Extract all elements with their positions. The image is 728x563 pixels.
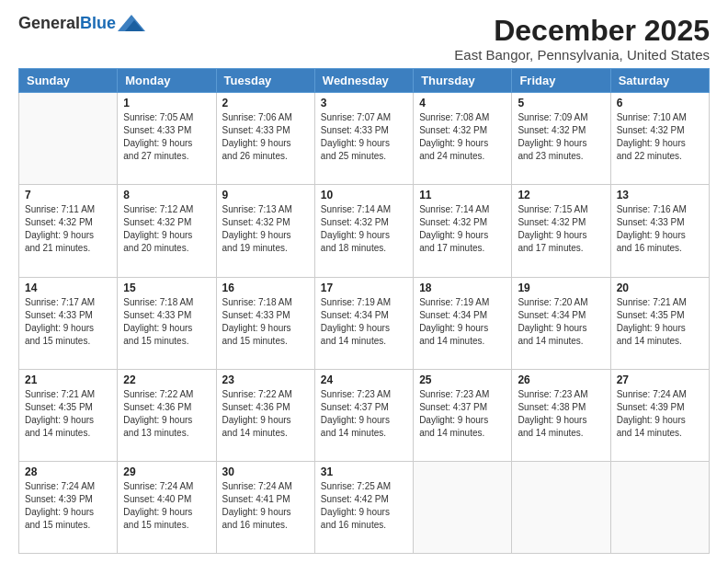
week-row-4: 28Sunrise: 7:24 AMSunset: 4:39 PMDayligh… [19,461,710,553]
calendar-cell: 27Sunrise: 7:24 AMSunset: 4:39 PMDayligh… [610,369,709,461]
day-info: Sunrise: 7:22 AMSunset: 4:36 PMDaylight:… [123,388,210,440]
day-info: Sunrise: 7:12 AMSunset: 4:32 PMDaylight:… [123,203,210,255]
day-number: 23 [222,373,309,386]
logo-text: GeneralBlue [18,15,116,31]
day-info: Sunrise: 7:23 AMSunset: 4:37 PMDaylight:… [321,388,407,440]
logo-icon [118,15,145,31]
day-number: 27 [617,373,703,386]
day-number: 29 [123,465,210,478]
calendar-cell: 30Sunrise: 7:24 AMSunset: 4:41 PMDayligh… [216,461,314,553]
day-number: 17 [321,282,407,294]
day-info: Sunrise: 7:14 AMSunset: 4:32 PMDaylight:… [321,203,407,255]
day-info: Sunrise: 7:14 AMSunset: 4:32 PMDaylight:… [419,203,506,255]
day-info: Sunrise: 7:24 AMSunset: 4:41 PMDaylight:… [222,480,309,532]
calendar: SundayMondayTuesdayWednesdayThursdayFrid… [18,68,710,554]
day-number: 2 [222,97,309,109]
day-number: 31 [321,465,407,478]
logo: GeneralBlue [18,15,145,31]
week-row-0: 1Sunrise: 7:05 AMSunset: 4:33 PMDaylight… [19,93,710,185]
calendar-header-monday: Monday [118,69,216,93]
calendar-cell: 2Sunrise: 7:06 AMSunset: 4:33 PMDaylight… [216,93,314,185]
calendar-header-thursday: Thursday [414,69,512,93]
week-row-1: 7Sunrise: 7:11 AMSunset: 4:32 PMDaylight… [19,185,710,277]
page: GeneralBlue December 2025 East Bangor, P… [0,0,728,563]
calendar-cell: 11Sunrise: 7:14 AMSunset: 4:32 PMDayligh… [414,185,512,277]
calendar-header-wednesday: Wednesday [314,69,413,93]
day-number: 7 [25,189,111,201]
week-row-2: 14Sunrise: 7:17 AMSunset: 4:33 PMDayligh… [19,277,710,369]
day-number: 8 [123,189,210,201]
day-number: 11 [419,189,506,201]
day-info: Sunrise: 7:16 AMSunset: 4:33 PMDaylight:… [617,203,703,255]
day-number: 15 [123,282,210,294]
day-number: 22 [123,373,210,386]
day-number: 19 [518,282,604,294]
day-info: Sunrise: 7:05 AMSunset: 4:33 PMDaylight:… [123,111,210,163]
calendar-cell: 20Sunrise: 7:21 AMSunset: 4:35 PMDayligh… [610,277,709,369]
day-number: 16 [222,282,309,294]
calendar-cell: 14Sunrise: 7:17 AMSunset: 4:33 PMDayligh… [19,277,118,369]
logo-general: General [18,14,80,32]
calendar-cell: 16Sunrise: 7:18 AMSunset: 4:33 PMDayligh… [216,277,314,369]
day-number: 26 [518,373,604,386]
calendar-cell: 9Sunrise: 7:13 AMSunset: 4:32 PMDaylight… [216,185,314,277]
calendar-cell: 7Sunrise: 7:11 AMSunset: 4:32 PMDaylight… [19,185,118,277]
day-info: Sunrise: 7:21 AMSunset: 4:35 PMDaylight:… [617,296,703,348]
day-info: Sunrise: 7:19 AMSunset: 4:34 PMDaylight:… [419,296,506,348]
calendar-cell: 31Sunrise: 7:25 AMSunset: 4:42 PMDayligh… [314,461,413,553]
day-number: 1 [123,97,210,109]
calendar-cell: 24Sunrise: 7:23 AMSunset: 4:37 PMDayligh… [314,369,413,461]
day-number: 4 [419,97,506,109]
day-number: 21 [25,373,111,386]
day-info: Sunrise: 7:11 AMSunset: 4:32 PMDaylight:… [25,203,111,255]
day-info: Sunrise: 7:07 AMSunset: 4:33 PMDaylight:… [321,111,407,163]
day-number: 25 [419,373,506,386]
calendar-cell: 1Sunrise: 7:05 AMSunset: 4:33 PMDaylight… [118,93,216,185]
calendar-header-sunday: Sunday [19,69,118,93]
day-number: 10 [321,189,407,201]
week-row-3: 21Sunrise: 7:21 AMSunset: 4:35 PMDayligh… [19,369,710,461]
title-block: December 2025 East Bangor, Pennsylvania,… [454,15,710,63]
day-info: Sunrise: 7:09 AMSunset: 4:32 PMDaylight:… [518,111,604,163]
day-number: 12 [518,189,604,201]
day-number: 9 [222,189,309,201]
calendar-header-saturday: Saturday [610,69,709,93]
logo-blue: Blue [80,14,116,32]
calendar-cell: 29Sunrise: 7:24 AMSunset: 4:40 PMDayligh… [118,461,216,553]
day-info: Sunrise: 7:10 AMSunset: 4:32 PMDaylight:… [617,111,703,163]
calendar-cell: 19Sunrise: 7:20 AMSunset: 4:34 PMDayligh… [512,277,610,369]
calendar-cell: 22Sunrise: 7:22 AMSunset: 4:36 PMDayligh… [118,369,216,461]
calendar-cell: 3Sunrise: 7:07 AMSunset: 4:33 PMDaylight… [314,93,413,185]
day-number: 5 [518,97,604,109]
day-info: Sunrise: 7:13 AMSunset: 4:32 PMDaylight:… [222,203,309,255]
day-info: Sunrise: 7:18 AMSunset: 4:33 PMDaylight:… [123,296,210,348]
calendar-cell: 10Sunrise: 7:14 AMSunset: 4:32 PMDayligh… [314,185,413,277]
calendar-cell: 13Sunrise: 7:16 AMSunset: 4:33 PMDayligh… [610,185,709,277]
day-info: Sunrise: 7:23 AMSunset: 4:37 PMDaylight:… [419,388,506,440]
day-number: 14 [25,282,111,294]
calendar-cell: 15Sunrise: 7:18 AMSunset: 4:33 PMDayligh… [118,277,216,369]
calendar-cell: 23Sunrise: 7:22 AMSunset: 4:36 PMDayligh… [216,369,314,461]
page-title: December 2025 [454,15,710,47]
calendar-header-friday: Friday [512,69,610,93]
calendar-cell [610,461,709,553]
day-info: Sunrise: 7:21 AMSunset: 4:35 PMDaylight:… [25,388,111,440]
calendar-cell: 26Sunrise: 7:23 AMSunset: 4:38 PMDayligh… [512,369,610,461]
calendar-cell [19,93,118,185]
day-number: 6 [617,97,703,109]
day-info: Sunrise: 7:15 AMSunset: 4:32 PMDaylight:… [518,203,604,255]
day-info: Sunrise: 7:20 AMSunset: 4:34 PMDaylight:… [518,296,604,348]
calendar-header-row: SundayMondayTuesdayWednesdayThursdayFrid… [19,69,710,93]
calendar-header-tuesday: Tuesday [216,69,314,93]
day-info: Sunrise: 7:25 AMSunset: 4:42 PMDaylight:… [321,480,407,532]
day-number: 3 [321,97,407,109]
day-info: Sunrise: 7:08 AMSunset: 4:32 PMDaylight:… [419,111,506,163]
day-info: Sunrise: 7:24 AMSunset: 4:40 PMDaylight:… [123,480,210,532]
day-info: Sunrise: 7:19 AMSunset: 4:34 PMDaylight:… [321,296,407,348]
calendar-cell: 18Sunrise: 7:19 AMSunset: 4:34 PMDayligh… [414,277,512,369]
day-info: Sunrise: 7:24 AMSunset: 4:39 PMDaylight:… [25,480,111,532]
calendar-cell [414,461,512,553]
day-info: Sunrise: 7:18 AMSunset: 4:33 PMDaylight:… [222,296,309,348]
day-info: Sunrise: 7:24 AMSunset: 4:39 PMDaylight:… [617,388,703,440]
calendar-cell: 28Sunrise: 7:24 AMSunset: 4:39 PMDayligh… [19,461,118,553]
